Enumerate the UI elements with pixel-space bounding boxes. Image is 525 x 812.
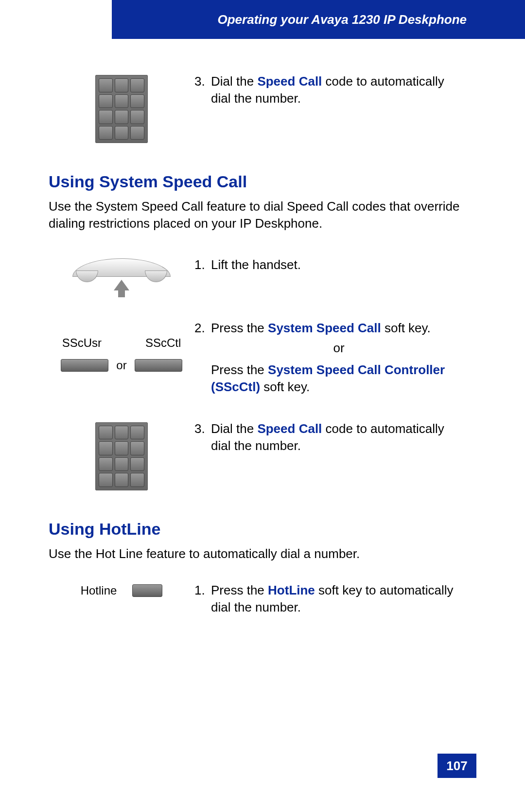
hotline-link: HotLine [268,583,315,597]
hotline-step1-text: 1. Press the HotLine soft key to automat… [194,582,467,616]
softkey-label-sscusr: SScUsr [62,336,102,350]
softkey-group: SScUsr SScCtl or [61,336,182,372]
step2b-post: soft key. [260,379,310,394]
header-title: Operating your Avaya 1230 IP Deskphone [218,12,467,27]
hotline-icon-col: Hotline [49,582,194,597]
top-step-3-text: 3. Dial the Speed Call code to automatic… [194,73,467,107]
keypad-icon [95,422,148,490]
step2b-pre: Press the [211,362,268,377]
handset-icon [72,258,171,290]
step-text-pre: Dial the [211,421,257,436]
top-step-3-row: 3. Dial the Speed Call code to automatic… [49,73,467,143]
hotline-intro: Use the Hot Line feature to automaticall… [49,545,467,562]
softkey-button-sscusr-icon [61,359,108,372]
hotline-label: Hotline [81,584,117,597]
step-number: 1. [194,582,211,599]
step2-or: or [194,340,467,357]
header-bar: Operating your Avaya 1230 IP Deskphone [112,0,525,39]
step-text-post: soft key. [381,321,431,335]
syscall-step1-row: 1. Lift the handset. [49,256,467,290]
softkey-or-label: or [116,359,126,372]
step-number: 1. [194,256,211,273]
syscall-step3-row: 3. Dial the Speed Call code to automatic… [49,420,467,490]
step-text-pre: Dial the [211,74,257,89]
hotline-heading: Using HotLine [49,520,467,539]
system-speed-call-intro: Use the System Speed Call feature to dia… [49,198,467,232]
page-number-badge: 107 [438,754,476,778]
syscall-step2-text: 2. Press the System Speed Call soft key.… [194,320,467,396]
page-content: 3. Dial the Speed Call code to automatic… [49,73,467,645]
hotline-group: Hotline [81,584,163,597]
page-number: 107 [446,758,467,774]
hotline-button-icon [132,584,162,597]
syscall-step2-row: SScUsr SScCtl or 2. Press the System Spe… [49,320,467,396]
softkey-label-sscctl: SScCtl [145,336,181,350]
syscall-step3-text: 3. Dial the Speed Call code to automatic… [194,420,467,454]
system-speed-call-heading: Using System Speed Call [49,172,467,191]
step-number: 2. [194,320,211,337]
system-speed-call-link: System Speed Call [268,321,381,335]
step-text-pre: Press the [211,583,268,597]
keypad-icon-col [49,73,194,143]
step-number: 3. [194,73,211,90]
syscall-step1-text: 1. Lift the handset. [194,256,467,273]
hotline-step1-row: Hotline 1. Press the HotLine soft key to… [49,582,467,616]
keypad-icon-col-2 [49,420,194,490]
step-text-pre: Press the [211,321,268,335]
keypad-icon [95,75,148,143]
softkey-button-sscctl-icon [135,359,182,372]
speed-call-link: Speed Call [257,74,322,89]
handset-icon-col [49,256,194,290]
softkey-icon-col: SScUsr SScCtl or [49,320,194,372]
step-number: 3. [194,420,211,437]
lift-arrow-icon [114,280,129,290]
speed-call-link: Speed Call [257,421,322,436]
step-text: Lift the handset. [211,257,301,272]
